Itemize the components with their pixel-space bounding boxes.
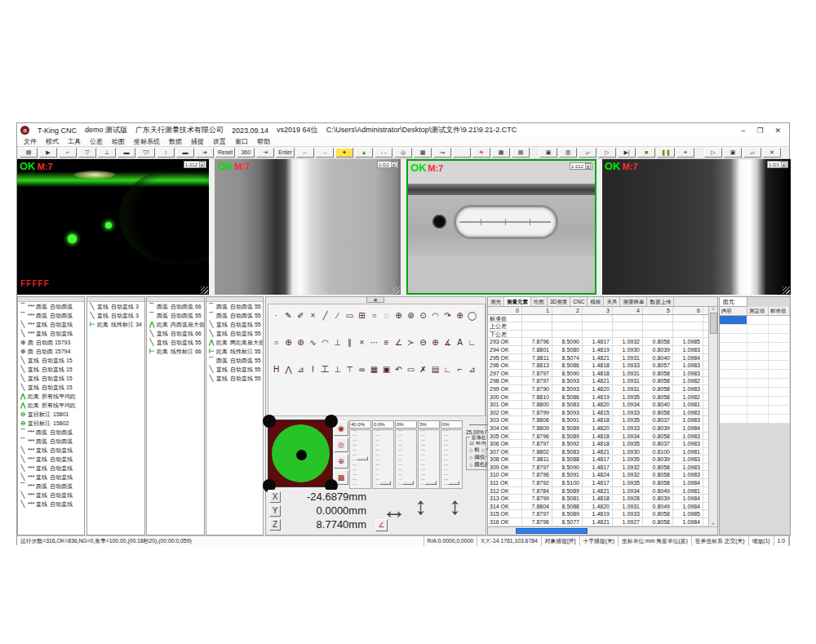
palette-tool-icon-r2-13[interactable]: ⊖ xyxy=(417,336,429,349)
table-row[interactable]: 309 OK7.87978.50901.48171.09320.80581.09… xyxy=(488,464,708,472)
table-tab-3[interactable]: 绘图 xyxy=(531,297,548,306)
element-list-item[interactable]: ⌒*** 圆弧自动圆弧 xyxy=(18,437,84,446)
palette-tool-icon-r1-13[interactable]: ⊙ xyxy=(417,309,429,322)
palette-tool-icon-r3-2[interactable]: ⋀ xyxy=(282,363,295,375)
stop-button[interactable]: ■ xyxy=(637,148,655,158)
table-row[interactable]: 297 OK7.87978.50901.48181.09310.80581.09… xyxy=(488,370,708,378)
light-slider-track[interactable] xyxy=(372,429,394,489)
element-list-item[interactable]: ╲直线自动直线 3 xyxy=(87,302,144,311)
element-list-item[interactable]: ╲*** 直线自动直线 xyxy=(18,500,84,509)
palette-tool-icon-r1-7[interactable]: ▭ xyxy=(344,309,356,322)
arrow-right-button[interactable]: → xyxy=(316,148,334,158)
palette-tool-icon-r2-1[interactable]: ○ xyxy=(270,336,282,349)
element-list-item[interactable]: ╲直线自动直线 15 xyxy=(18,374,84,383)
palette-tool-icon-r1-17[interactable]: ◯ xyxy=(466,309,478,322)
terrain-button[interactable]: ▲ xyxy=(355,148,373,158)
menu-item-0[interactable]: 文件 xyxy=(24,137,37,146)
palette-tool-icon-r1-8[interactable]: ⊞ xyxy=(356,309,368,322)
table-row[interactable]: 314 OK7.88048.50881.48201.09310.80491.09… xyxy=(488,503,708,511)
jog-xy-vertical-icon[interactable]: ↕ xyxy=(415,492,427,520)
element-list-item[interactable]: ⋀距离所有线平均距 xyxy=(18,401,84,410)
element-list-item[interactable]: ⌒*** 圆弧自动圆弧 xyxy=(18,482,84,491)
table-tab-2[interactable]: 测量元素 xyxy=(504,297,531,306)
element-list-item[interactable]: ⌒圆弧自动圆弧 66 xyxy=(147,302,204,311)
preview-row[interactable] xyxy=(720,397,790,406)
export-button[interactable]: ▱ xyxy=(743,148,761,158)
camera1-channel-dropdown[interactable]: 1-212▾ xyxy=(184,161,206,168)
table-row[interactable]: 306 OK7.87978.50921.48181.09350.80371.09… xyxy=(488,440,708,448)
element-list-item[interactable]: ╲*** 直线自动直线 xyxy=(18,446,84,455)
preview-row[interactable] xyxy=(720,343,790,352)
element-list-item[interactable]: ⋀距离内圆弧最大值 xyxy=(147,320,204,329)
element-list-item[interactable]: ⌒*** 圆弧自动圆弧 xyxy=(18,311,84,320)
magnifier-button[interactable]: ◎ xyxy=(394,148,412,158)
light-mode-button-2[interactable]: ◎ xyxy=(334,437,348,452)
beam-button[interactable]: ⊥ xyxy=(98,148,116,158)
preview-row[interactable] xyxy=(720,388,790,397)
table-tab-4[interactable]: 3D测量 xyxy=(548,297,570,306)
table-row[interactable]: 300 OK7.88108.50861.48191.09350.80581.09… xyxy=(488,393,708,402)
palette-tool-icon-r1-4[interactable]: × xyxy=(307,309,319,322)
print-button[interactable]: ▥ xyxy=(559,148,577,158)
resize-grip-icon[interactable] xyxy=(587,285,594,292)
preview-row[interactable] xyxy=(720,334,790,343)
palette-tool-icon-r3-13[interactable]: ✗ xyxy=(417,363,429,375)
light-slider-track[interactable] xyxy=(441,429,463,489)
element-list-item[interactable]: ⌒圆弧自动圆弧 55 xyxy=(206,302,263,311)
coaxial-light-dot[interactable] xyxy=(296,450,307,460)
element-list-item[interactable]: ╲直线自动直线 66 xyxy=(147,329,204,338)
close-tool-button[interactable]: ✕ xyxy=(763,148,781,158)
palette-tool-icon-r3-11[interactable]: ↶ xyxy=(392,363,405,375)
light-slider-thumb[interactable] xyxy=(357,456,368,460)
menu-item-2[interactable]: 工具 xyxy=(68,137,81,146)
goto-button[interactable]: ⇥ xyxy=(256,148,274,158)
pause-button[interactable]: ❚❚ xyxy=(657,148,675,158)
star-button[interactable]: ✳ xyxy=(472,148,490,158)
element-list-item[interactable]: ╲直线自动直线 55 xyxy=(147,338,204,347)
jog-z-icon[interactable]: ↕ xyxy=(449,492,461,520)
element-list-item[interactable]: ⋀距离所有线平均距 xyxy=(18,392,84,401)
radio-icon[interactable]: ○ xyxy=(469,462,472,468)
element-list-item[interactable]: ⊢距离线性标注 66 xyxy=(147,347,204,356)
element-list-item[interactable]: ╲直线自动直线 15 xyxy=(18,383,84,392)
palette-tool-icon-r2-15[interactable]: ∡ xyxy=(441,336,454,349)
camera-view-1[interactable]: OKM:7 1-212▾ FFFFF xyxy=(17,159,209,295)
light-button[interactable]: ✦ xyxy=(335,148,353,158)
element-list-item[interactable]: ╲直线自动直线 55 xyxy=(206,320,263,329)
element-list-item[interactable]: ⊕圆自动圆 15793 xyxy=(18,338,84,347)
element-list-item[interactable]: ⌒圆弧自动圆弧 55 xyxy=(206,311,263,320)
radio-icon[interactable]: ○ xyxy=(469,455,472,460)
file-save-button[interactable]: ▤ xyxy=(20,148,38,158)
palette-tool-icon-r3-10[interactable]: ▣ xyxy=(380,363,392,375)
palette-tool-icon-r2-7[interactable]: ∥ xyxy=(344,336,356,349)
menu-item-1[interactable]: 模式 xyxy=(46,137,59,146)
table-tab-5[interactable]: CNC xyxy=(570,297,588,306)
palette-tool-icon-r2-11[interactable]: ∠ xyxy=(392,336,405,349)
camera-view-4[interactable]: OKM:7 1-D1▾ xyxy=(602,159,791,295)
element-list-item[interactable]: ╲直线自动直线 3 xyxy=(87,311,144,320)
palette-tool-icon-r3-3[interactable]: ⊿ xyxy=(295,363,307,375)
menu-item-5[interactable]: 坐标系统 xyxy=(134,137,160,146)
resize-grip-icon[interactable] xyxy=(201,286,208,294)
reset-button[interactable]: Reset xyxy=(215,148,235,158)
element-list-item[interactable]: ╲*** 直线自动直线 xyxy=(18,329,84,338)
palette-tool-icon-r3-8[interactable]: ∞ xyxy=(356,363,368,375)
minimize-button[interactable]: – xyxy=(741,127,745,135)
table-row[interactable]: 315 OK7.87978.50891.48191.09330.80581.09… xyxy=(488,510,708,518)
palette-tool-icon-r2-6[interactable]: ⊥ xyxy=(331,336,344,349)
palette-tool-icon-r3-5[interactable]: 工 xyxy=(319,363,331,375)
probe-alert-button[interactable]: ▽! xyxy=(137,148,155,158)
scroll-thumb[interactable] xyxy=(710,313,717,334)
pattern-button[interactable]: ▩ xyxy=(414,148,432,158)
palette-tool-icon-r2-8[interactable]: × xyxy=(356,336,368,349)
open-run-button[interactable]: ▶ xyxy=(39,148,57,158)
element-list-item[interactable]: ⌒圆弧自动圆弧 55 xyxy=(147,311,204,320)
palette-tool-icon-r3-4[interactable]: I xyxy=(307,363,319,375)
palette-tool-icon-r1-16[interactable]: ⊕ xyxy=(454,309,466,322)
palette-tool-icon-r3-1[interactable]: H xyxy=(270,363,282,375)
table-row[interactable]: 302 OK7.87998.50931.48151.09330.80581.09… xyxy=(488,409,708,417)
menu-item-3[interactable]: 公差 xyxy=(90,137,103,146)
camera2-channel-dropdown[interactable]: 1-D2▾ xyxy=(377,161,398,168)
palette-tool-icon-r2-12[interactable]: ≻ xyxy=(405,336,417,349)
menu-item-7[interactable]: 捕捉 xyxy=(191,137,204,146)
